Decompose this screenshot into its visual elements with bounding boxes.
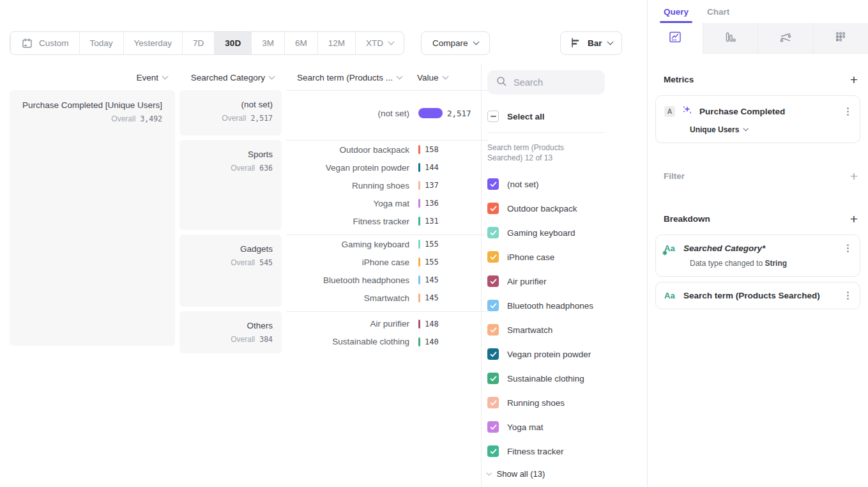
checkbox-checked[interactable] <box>487 227 499 238</box>
term-checkbox-item[interactable]: Sustainable clothing <box>487 366 647 390</box>
date-range-button[interactable]: Today <box>79 32 123 54</box>
sidebar-tab[interactable]: Chart <box>707 7 729 23</box>
check-icon <box>490 449 497 454</box>
checkbox-checked[interactable] <box>487 251 499 263</box>
term-row[interactable]: Fitness tracker 131 <box>286 212 489 230</box>
kebab-menu-icon[interactable] <box>847 247 849 249</box>
value-bar <box>418 337 420 346</box>
date-range-label: Yesterday <box>134 38 172 48</box>
term-rows: Outdoor backpack 158 Vegan protein powde… <box>286 140 489 230</box>
event-column: Purchase Completed [Unique Users] Overal… <box>10 90 175 353</box>
term-checkbox-item[interactable]: Bluetooth headphones <box>487 293 647 318</box>
column-header-label: Search term (Products ... <box>297 73 393 82</box>
kebab-menu-icon[interactable] <box>847 111 849 112</box>
term-checkbox-item[interactable]: Yoga mat <box>487 415 647 439</box>
add-metric-button[interactable]: + <box>850 73 858 86</box>
metric-card[interactable]: A Purchase Completed Unique Users <box>655 95 860 143</box>
kebab-menu-icon[interactable] <box>847 295 849 297</box>
measure-label: Unique Users <box>690 125 739 134</box>
term-checkbox-item[interactable]: Gaming keyboard <box>487 220 647 245</box>
tab-flows[interactable] <box>758 23 813 54</box>
checkbox-checked[interactable] <box>487 203 499 214</box>
column-header-value[interactable]: Value <box>417 73 448 82</box>
checkbox-checked[interactable] <box>487 178 499 190</box>
date-range-button[interactable]: 6M <box>284 32 317 54</box>
show-all-label: Show all (13) <box>497 469 545 479</box>
category-cell[interactable]: Sports Overall636 <box>179 140 282 230</box>
column-header-search-term[interactable]: Search term (Products ... <box>278 73 402 82</box>
chart-type-dropdown[interactable]: Bar <box>560 31 622 55</box>
term-checkbox-item[interactable]: Air purifier <box>487 269 647 293</box>
date-range-button[interactable]: Yesterday <box>123 32 183 54</box>
column-header-searched-category[interactable]: Searched Category <box>172 73 274 82</box>
value-text: 155 <box>425 240 439 249</box>
term-checkbox-item[interactable]: iPhone case <box>487 245 647 269</box>
term-row[interactable]: Air purifier 148 <box>286 315 489 333</box>
checkbox-checked[interactable] <box>487 397 499 408</box>
checkbox-checked[interactable] <box>487 348 499 360</box>
term-checkbox-item[interactable]: Smartwatch <box>487 318 647 342</box>
tab-retention[interactable] <box>813 23 868 54</box>
term-row[interactable]: Gaming keyboard 155 <box>286 235 489 253</box>
term-measure: 145 <box>418 293 489 302</box>
date-range-button[interactable]: 30D <box>214 32 251 54</box>
column-header-event[interactable]: Event <box>10 73 167 82</box>
checkbox-checked[interactable] <box>487 373 499 384</box>
term-row[interactable]: Smartwatch 145 <box>286 289 489 307</box>
term-checkbox-item[interactable]: (not set) <box>487 172 647 196</box>
breakdown-card-searched-category[interactable]: Aa✱ Searched Category* Data type changed… <box>655 235 860 277</box>
term-checkbox-label: Smartwatch <box>507 325 552 335</box>
checkbox-checked[interactable] <box>487 275 499 287</box>
checkbox-checked[interactable] <box>487 421 499 433</box>
search-box[interactable] <box>487 70 605 95</box>
check-icon <box>490 254 497 260</box>
select-all-row[interactable]: Select all <box>487 111 647 122</box>
breakdown-card-search-term[interactable]: Aa Search term (Products Searched) <box>655 282 860 309</box>
date-range-button[interactable]: 7D <box>182 32 214 54</box>
term-row[interactable]: Running shoes 137 <box>286 176 489 194</box>
checkbox-checked[interactable] <box>487 445 499 457</box>
metric-name: Purchase Completed <box>699 107 837 116</box>
tab-funnels[interactable] <box>703 23 758 54</box>
event-cell[interactable]: Purchase Completed [Unique Users] Overal… <box>10 90 175 346</box>
date-range-button[interactable]: 3M <box>251 32 284 54</box>
date-range-button[interactable]: XTD <box>355 32 404 54</box>
term-row[interactable]: Outdoor backpack 158 <box>286 141 489 158</box>
category-cell[interactable]: (not set) Overall2,517 <box>179 90 282 135</box>
term-row[interactable]: Vegan protein powder 144 <box>286 158 489 176</box>
add-breakdown-button[interactable]: + <box>850 212 858 226</box>
checkbox-checked[interactable] <box>487 324 499 336</box>
show-all-toggle[interactable]: Show all (13) <box>487 469 647 479</box>
term-row[interactable]: (not set) 2,517 <box>286 91 489 135</box>
metrics-title: Metrics <box>664 75 694 84</box>
term-row[interactable]: Sustainable clothing 140 <box>286 333 489 351</box>
term-checkbox-item[interactable]: Fitness tracker <box>487 439 647 463</box>
term-row[interactable]: Bluetooth headphones 145 <box>286 271 489 289</box>
category-group: Gadgets Overall545 Gaming keyboard 155 <box>179 235 489 307</box>
measure-dropdown[interactable]: Unique Users <box>690 125 852 134</box>
date-range-label: 3M <box>262 38 274 48</box>
string-property-icon: Aa <box>664 291 677 300</box>
date-range-button[interactable]: 12M <box>317 32 355 54</box>
tab-insights[interactable] <box>648 23 703 54</box>
compare-button[interactable]: Compare <box>421 31 491 55</box>
term-row[interactable]: Yoga mat 136 <box>286 194 489 212</box>
select-all-checkbox[interactable] <box>487 111 499 122</box>
term-checkbox-item[interactable]: Outdoor backpack <box>487 196 647 220</box>
overall-value: 545 <box>259 258 273 267</box>
add-filter-button[interactable]: + <box>850 169 858 183</box>
term-checkbox-label: Sustainable clothing <box>507 374 584 383</box>
search-input[interactable] <box>514 77 597 88</box>
date-range-button[interactable]: Custom <box>10 32 79 54</box>
term-rows: Gaming keyboard 155 iPhone case 155 <box>286 235 489 307</box>
query-builder-sidebar: Query Chart Metrics + <box>647 0 868 487</box>
category-cell[interactable]: Others Overall384 <box>179 311 282 353</box>
sidebar-tab[interactable]: Query <box>664 7 689 23</box>
term-checkbox-item[interactable]: Running shoes <box>487 390 647 415</box>
checkbox-checked[interactable] <box>487 300 499 311</box>
term-measure: 155 <box>418 240 489 249</box>
term-checkbox-item[interactable]: Vegan protein powder <box>487 342 647 366</box>
term-row[interactable]: iPhone case 155 <box>286 253 489 271</box>
column-header-label: Searched Category <box>191 73 265 82</box>
category-cell[interactable]: Gadgets Overall545 <box>179 235 282 307</box>
